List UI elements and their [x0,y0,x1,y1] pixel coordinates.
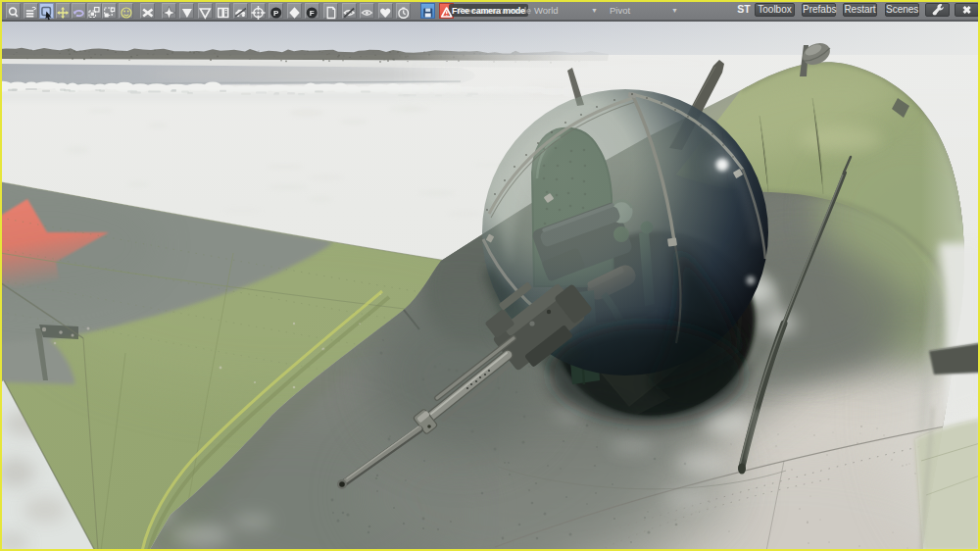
svg-text:F: F [310,9,315,18]
svg-text:P: P [273,9,279,18]
